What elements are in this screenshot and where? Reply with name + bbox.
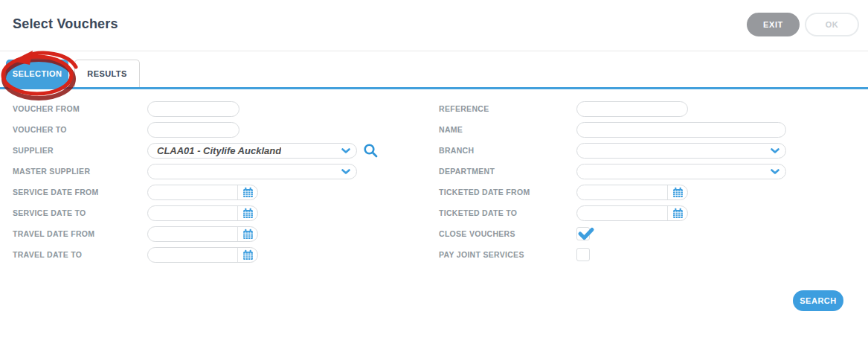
- field-row-ticketed-date-to: TICKETED DATE TO: [439, 202, 786, 223]
- field-row-pay-joint-services: PAY JOINT SERVICES: [439, 244, 786, 265]
- field-row-close-vouchers: CLOSE VOUCHERS: [439, 223, 786, 244]
- name-input[interactable]: [576, 122, 786, 138]
- chevron-down-icon: [771, 144, 779, 157]
- ticketed-date-from-label: TICKETED DATE FROM: [439, 188, 576, 197]
- name-label: NAME: [439, 125, 576, 134]
- service-date-from-input[interactable]: [147, 185, 258, 200]
- service-date-from-label: SERVICE DATE FROM: [13, 188, 147, 197]
- form-column-right: REFERENCE NAME BRANCH DEPARTMENT: [439, 98, 786, 265]
- travel-date-from-label: TRAVEL DATE FROM: [13, 229, 147, 238]
- department-label: DEPARTMENT: [439, 167, 576, 176]
- tab-selection[interactable]: SELECTION: [6, 60, 68, 87]
- select-vouchers-window: Select Vouchers EXIT OK SELECTION RESULT…: [0, 0, 868, 361]
- calendar-icon[interactable]: [667, 206, 687, 220]
- voucher-from-input[interactable]: [147, 101, 239, 117]
- supplier-dropdown[interactable]: CLAA01 - Citylife Auckland: [147, 143, 357, 159]
- supplier-selected-value: CLAA01 - Citylife Auckland: [157, 145, 281, 156]
- travel-date-from-input[interactable]: [147, 226, 258, 242]
- master-supplier-label: MASTER SUPPLIER: [13, 167, 147, 176]
- calendar-icon[interactable]: [237, 185, 257, 199]
- ticketed-date-from-input[interactable]: [576, 185, 688, 200]
- department-dropdown[interactable]: [576, 164, 786, 179]
- ok-button[interactable]: OK: [805, 13, 859, 36]
- chevron-down-icon: [341, 164, 350, 178]
- service-date-to-label: SERVICE DATE TO: [13, 208, 147, 217]
- field-row-master-supplier: MASTER SUPPLIER: [13, 161, 378, 182]
- pay-joint-services-label: PAY JOINT SERVICES: [439, 250, 576, 259]
- chevron-down-icon: [341, 144, 350, 157]
- exit-button[interactable]: EXIT: [747, 13, 800, 36]
- field-row-service-date-from: SERVICE DATE FROM: [13, 182, 378, 202]
- field-row-voucher-to: VOUCHER TO: [13, 119, 378, 140]
- close-vouchers-checkbox[interactable]: [576, 227, 590, 240]
- field-row-name: NAME: [439, 119, 786, 140]
- field-row-branch: BRANCH: [439, 140, 786, 161]
- branch-label: BRANCH: [439, 146, 576, 155]
- field-row-supplier: SUPPLIER CLAA01 - Citylife Auckland: [13, 140, 378, 161]
- reference-label: REFERENCE: [439, 104, 576, 113]
- ticketed-date-to-label: TICKETED DATE TO: [439, 208, 576, 217]
- branch-dropdown[interactable]: [576, 143, 786, 159]
- field-row-travel-date-to: TRAVEL DATE TO: [13, 244, 378, 265]
- field-row-ticketed-date-from: TICKETED DATE FROM: [439, 182, 786, 202]
- field-row-travel-date-from: TRAVEL DATE FROM: [13, 223, 378, 244]
- voucher-to-label: VOUCHER TO: [13, 125, 147, 134]
- travel-date-to-input[interactable]: [147, 247, 258, 263]
- calendar-icon[interactable]: [667, 185, 687, 199]
- pay-joint-services-checkbox[interactable]: [576, 248, 590, 261]
- supplier-label: SUPPLIER: [13, 146, 147, 155]
- ticketed-date-to-input[interactable]: [576, 205, 688, 221]
- chevron-down-icon: [771, 164, 779, 178]
- supplier-search-icon[interactable]: [363, 143, 378, 158]
- calendar-icon[interactable]: [237, 227, 257, 241]
- tab-underline: [0, 87, 868, 89]
- tab-results[interactable]: RESULTS: [74, 60, 140, 87]
- search-button[interactable]: SEARCH: [793, 290, 843, 311]
- voucher-from-label: VOUCHER FROM: [13, 104, 147, 113]
- voucher-to-input[interactable]: [147, 122, 239, 138]
- travel-date-to-label: TRAVEL DATE TO: [13, 250, 147, 259]
- field-row-voucher-from: VOUCHER FROM: [13, 98, 378, 119]
- header-divider: [0, 51, 868, 51]
- reference-input[interactable]: [576, 101, 688, 117]
- calendar-icon[interactable]: [237, 248, 257, 262]
- field-row-service-date-to: SERVICE DATE TO: [13, 202, 378, 223]
- service-date-to-input[interactable]: [147, 205, 258, 221]
- master-supplier-dropdown[interactable]: [147, 164, 357, 179]
- form-column-left: VOUCHER FROM VOUCHER TO SUPPLIER CLAA01 …: [13, 98, 378, 265]
- calendar-icon[interactable]: [237, 206, 257, 220]
- page-title: Select Vouchers: [13, 16, 118, 32]
- close-vouchers-label: CLOSE VOUCHERS: [439, 229, 576, 238]
- field-row-department: DEPARTMENT: [439, 161, 786, 182]
- field-row-reference: REFERENCE: [439, 98, 786, 119]
- check-icon: [577, 225, 595, 243]
